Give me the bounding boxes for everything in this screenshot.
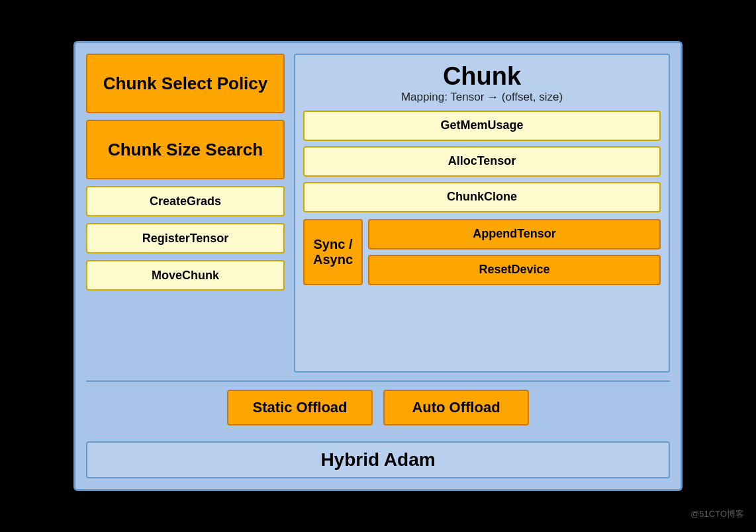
move-chunk-label: MoveChunk [152,269,219,283]
append-tensor-box: AppendTensor [368,219,661,249]
chunk-size-search-box: Chunk Size Search [86,120,285,179]
create-grads-label: CreateGrads [150,195,221,208]
append-tensor-label: AppendTensor [473,227,556,241]
reset-device-label: ResetDevice [479,263,549,277]
sync-async-label: Sync / Async [303,219,363,285]
alloc-tensor-box: AllocTensor [303,146,661,177]
chunk-title: Chunk [303,63,661,91]
main-area: Chunk Select Policy Chunk Size Search Cr… [86,54,670,373]
sync-async-row: Sync / Async AppendTensor ResetDevice [303,219,661,285]
chunk-select-policy-label: Chunk Select Policy [103,73,268,94]
left-panel: Chunk Select Policy Chunk Size Search Cr… [86,54,285,373]
get-mem-usage-box: GetMemUsage [303,111,661,141]
static-offload-box: Static Offload [227,390,373,425]
register-tensor-box: RegisterTensor [86,223,285,253]
right-top-boxes: GetMemUsage AllocTensor ChunkClone [303,111,661,212]
auto-offload-label: Auto Offload [412,399,500,416]
sync-async-right: AppendTensor ResetDevice [368,219,661,285]
create-grads-box: CreateGrads [86,186,285,216]
right-panel: Chunk Mapping: Tensor → (offset, size) G… [294,54,670,373]
main-diagram: Chunk Select Policy Chunk Size Search Cr… [73,41,683,491]
reset-device-box: ResetDevice [368,255,661,285]
static-offload-label: Static Offload [252,399,347,416]
hybrid-adam-label: Hybrid Adam [320,449,435,470]
chunk-clone-box: ChunkClone [303,182,661,212]
chunk-clone-label: ChunkClone [447,190,517,204]
alloc-tensor-label: AllocTensor [448,154,516,168]
chunk-subtitle: Mapping: Tensor → (offset, size) [303,91,661,104]
move-chunk-box: MoveChunk [86,260,285,290]
auto-offload-box: Auto Offload [383,390,529,425]
sync-async-text: Sync / Async [313,237,353,267]
bottom-bar: Static Offload Auto Offload [86,380,670,433]
register-tensor-label: RegisterTensor [142,232,229,245]
watermark: @51CTO博客 [690,508,744,520]
chunk-size-search-label: Chunk Size Search [108,140,263,160]
chunk-select-policy-box: Chunk Select Policy [86,54,285,113]
get-mem-usage-label: GetMemUsage [440,118,523,132]
hybrid-adam-bar: Hybrid Adam [86,441,670,478]
